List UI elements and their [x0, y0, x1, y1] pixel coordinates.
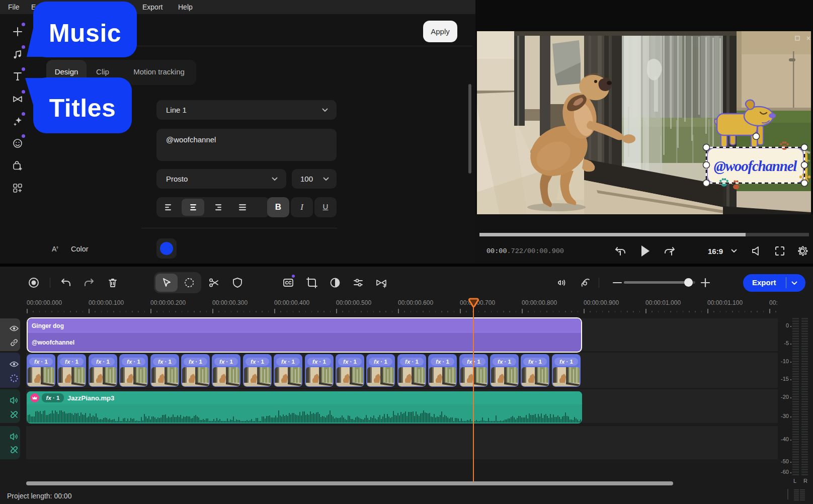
- svg-text:@woofchannel: @woofchannel: [714, 158, 798, 174]
- svg-text:A: A: [52, 245, 57, 253]
